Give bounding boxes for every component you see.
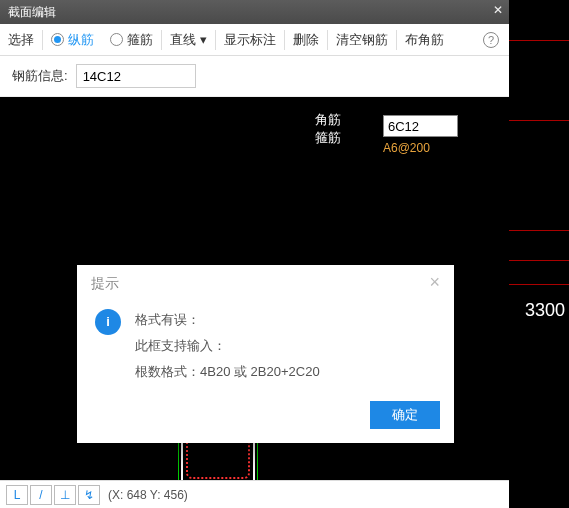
- rebar-info-row: 钢筋信息:: [0, 56, 509, 97]
- corner-rebar-button[interactable]: 布角筋: [397, 31, 452, 49]
- dialog-head: 提示 ×: [77, 265, 454, 303]
- drawing-canvas[interactable]: 角筋 箍筋 A6@200 100 100 提示 × i 格式有误：: [0, 97, 509, 480]
- dialog-message: 格式有误： 此框支持输入： 根数格式：4B20 或 2B20+2C20: [135, 307, 320, 385]
- section-editor-window: 截面编辑 ✕ 选择 纵筋 箍筋 直线 ▾ 显示标注 删除 清空钢筋 布角筋 ? …: [0, 0, 509, 508]
- grid-line: [509, 120, 569, 121]
- grid-line: [509, 230, 569, 231]
- dialog-mask: 提示 × i 格式有误： 此框支持输入： 根数格式：4B20 或 2B20+2C…: [0, 97, 509, 480]
- window-title: 截面编辑: [8, 4, 56, 21]
- dialog-ok-button[interactable]: 确定: [370, 401, 440, 429]
- radio-icon: [51, 33, 64, 46]
- status-tool-4[interactable]: ↯: [78, 485, 100, 505]
- delete-button[interactable]: 删除: [285, 31, 327, 49]
- status-tool-3[interactable]: ⊥: [54, 485, 76, 505]
- grid-line: [509, 40, 569, 41]
- status-tool-2[interactable]: /: [30, 485, 52, 505]
- radio-icon: [110, 33, 123, 46]
- status-tool-1[interactable]: L: [6, 485, 28, 505]
- alert-dialog: 提示 × i 格式有误： 此框支持输入： 根数格式：4B20 或 2B20+2C…: [77, 265, 454, 443]
- grid-line: [509, 284, 569, 285]
- rebar-info-input[interactable]: [76, 64, 196, 88]
- help-icon[interactable]: ?: [483, 32, 499, 48]
- dialog-close-icon[interactable]: ×: [429, 275, 440, 293]
- dialog-footer: 确定: [77, 395, 454, 443]
- close-icon[interactable]: ✕: [493, 3, 503, 17]
- show-annot-button[interactable]: 显示标注: [216, 31, 284, 49]
- drawing-background: 3300: [509, 0, 569, 508]
- line-dropdown[interactable]: 直线 ▾: [162, 31, 215, 49]
- toolbar: 选择 纵筋 箍筋 直线 ▾ 显示标注 删除 清空钢筋 布角筋 ?: [0, 24, 509, 56]
- dialog-title: 提示: [91, 275, 119, 293]
- radio-stirrup[interactable]: 箍筋: [102, 31, 161, 49]
- info-icon: i: [95, 309, 121, 335]
- rebar-info-label: 钢筋信息:: [12, 67, 68, 85]
- cursor-coords: (X: 648 Y: 456): [108, 488, 188, 502]
- radio-longitudinal[interactable]: 纵筋: [43, 31, 102, 49]
- grid-line: [509, 260, 569, 261]
- select-button[interactable]: 选择: [0, 31, 42, 49]
- dialog-body: i 格式有误： 此框支持输入： 根数格式：4B20 或 2B20+2C20: [77, 303, 454, 395]
- dimension-text: 3300: [525, 300, 565, 321]
- statusbar: L / ⊥ ↯ (X: 648 Y: 456): [0, 480, 509, 508]
- clear-button[interactable]: 清空钢筋: [328, 31, 396, 49]
- titlebar[interactable]: 截面编辑 ✕: [0, 0, 509, 24]
